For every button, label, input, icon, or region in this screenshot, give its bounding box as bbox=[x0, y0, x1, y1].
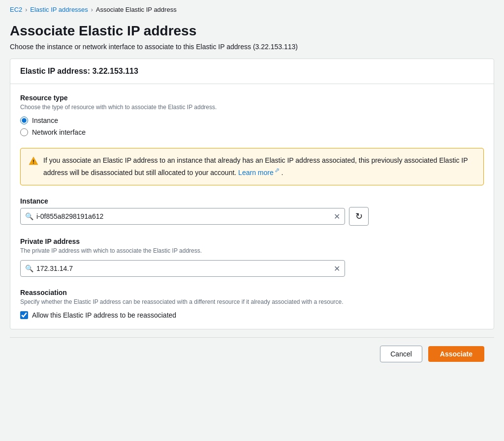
reassociation-checkbox[interactable] bbox=[20, 311, 28, 319]
form-card: Elastic IP address: 3.22.153.113 Resourc… bbox=[10, 59, 494, 329]
card-body: Resource type Choose the type of resourc… bbox=[10, 84, 494, 329]
card-header-title: Elastic IP address: 3.22.153.113 bbox=[20, 67, 138, 75]
private-ip-search-input[interactable] bbox=[20, 260, 345, 277]
breadcrumb-elastic-ips[interactable]: Elastic IP addresses bbox=[30, 6, 88, 13]
reassociation-checkbox-label: Allow this Elastic IP address to be reas… bbox=[32, 311, 176, 319]
refresh-icon: ↻ bbox=[355, 211, 363, 222]
private-ip-clear-button[interactable]: ✕ bbox=[334, 264, 340, 273]
private-ip-description: The private IP address with which to ass… bbox=[20, 247, 484, 254]
instance-input-group: 🔍 ✕ ↻ bbox=[20, 207, 484, 226]
warning-icon: ! bbox=[29, 156, 38, 166]
card-header: Elastic IP address: 3.22.153.113 bbox=[10, 59, 494, 84]
cancel-button[interactable]: Cancel bbox=[380, 346, 422, 362]
page-description: Choose the instance or network interface… bbox=[10, 43, 494, 51]
breadcrumb-ec2[interactable]: EC2 bbox=[10, 6, 22, 13]
radio-network-interface[interactable]: Network interface bbox=[20, 128, 484, 136]
private-ip-section: Private IP address The private IP addres… bbox=[20, 237, 484, 277]
instance-label: Instance bbox=[20, 197, 484, 205]
radio-network-interface-input[interactable] bbox=[20, 128, 28, 136]
external-link-icon: ⬀ bbox=[275, 167, 280, 174]
warning-box: ! If you associate an Elastic IP address… bbox=[20, 148, 484, 185]
warning-learn-more-link[interactable]: Learn more⬀ bbox=[238, 169, 281, 176]
reassociation-label: Reassociation bbox=[20, 289, 484, 296]
warning-text: If you associate an Elastic IP address t… bbox=[43, 155, 475, 178]
resource-type-label: Resource type bbox=[20, 94, 484, 102]
svg-text:!: ! bbox=[32, 159, 34, 165]
breadcrumb-sep-2: › bbox=[91, 6, 93, 13]
breadcrumb: EC2 › Elastic IP addresses › Associate E… bbox=[0, 0, 504, 19]
instance-clear-button[interactable]: ✕ bbox=[334, 211, 340, 221]
private-ip-label: Private IP address bbox=[20, 237, 484, 245]
associate-button[interactable]: Associate bbox=[428, 346, 484, 362]
instance-search-wrapper: 🔍 ✕ bbox=[20, 208, 345, 225]
radio-instance[interactable]: Instance bbox=[20, 117, 484, 124]
reassociation-section: Reassociation Specify whether the Elasti… bbox=[20, 289, 484, 319]
reassociation-checkbox-item[interactable]: Allow this Elastic IP address to be reas… bbox=[20, 311, 484, 319]
breadcrumb-current: Associate Elastic IP address bbox=[96, 6, 177, 13]
instance-search-input[interactable] bbox=[20, 208, 345, 225]
reassociation-description: Specify whether the Elastic IP address c… bbox=[20, 298, 484, 305]
resource-type-description: Choose the type of resource with which t… bbox=[20, 104, 484, 111]
radio-instance-label: Instance bbox=[32, 117, 58, 124]
instance-refresh-button[interactable]: ↻ bbox=[349, 207, 369, 226]
main-content: Elastic IP address: 3.22.153.113 Resourc… bbox=[0, 59, 504, 380]
page-header: Associate Elastic IP address Choose the … bbox=[0, 19, 504, 59]
private-ip-search-wrapper: 🔍 ✕ bbox=[20, 260, 345, 277]
radio-network-interface-label: Network interface bbox=[32, 128, 86, 136]
radio-instance-input[interactable] bbox=[20, 117, 28, 124]
instance-section: Instance 🔍 ✕ ↻ bbox=[20, 197, 484, 226]
footer: Cancel Associate bbox=[10, 337, 494, 370]
page-title: Associate Elastic IP address bbox=[10, 23, 494, 39]
resource-type-section: Resource type Choose the type of resourc… bbox=[20, 94, 484, 136]
breadcrumb-sep-1: › bbox=[25, 6, 27, 13]
resource-type-radio-group: Instance Network interface bbox=[20, 117, 484, 136]
